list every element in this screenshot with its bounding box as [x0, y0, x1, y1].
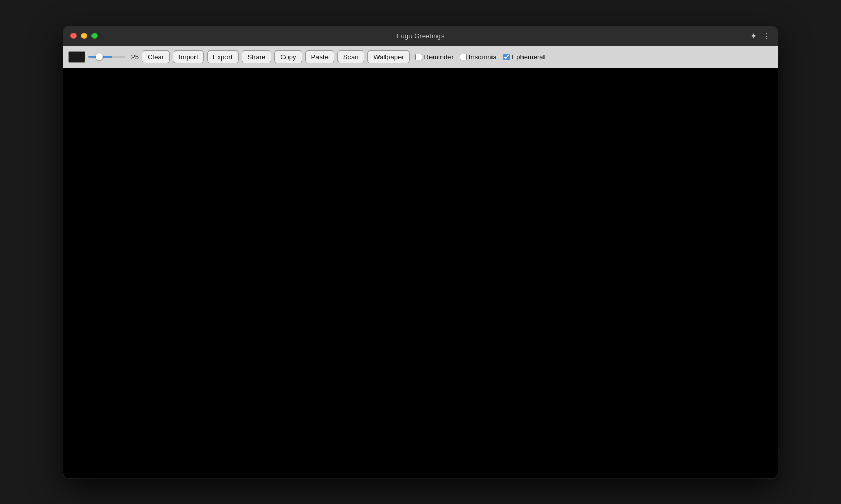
clear-button[interactable]: Clear — [142, 50, 170, 63]
paste-button[interactable]: Paste — [305, 50, 334, 63]
insomnia-label[interactable]: Insomnia — [460, 53, 497, 61]
close-button[interactable] — [70, 33, 77, 39]
minimize-button[interactable] — [81, 33, 87, 39]
copy-button[interactable]: Copy — [274, 50, 302, 63]
toolbar: 25 Clear Import Export Share Copy Paste … — [63, 46, 778, 68]
color-swatch[interactable] — [68, 51, 85, 63]
reminder-label[interactable]: Reminder — [415, 53, 454, 61]
ephemeral-checkbox[interactable] — [503, 54, 510, 60]
slider-container: 25 — [88, 53, 139, 61]
share-button[interactable]: Share — [242, 50, 272, 63]
titlebar-actions: ✦ ⋮ — [750, 31, 771, 41]
puzzle-icon[interactable]: ✦ — [750, 31, 757, 41]
import-button[interactable]: Import — [173, 50, 204, 63]
canvas-area[interactable] — [63, 68, 778, 478]
insomnia-checkbox[interactable] — [460, 54, 467, 60]
checkbox-group: Reminder Insomnia Ephemeral — [415, 53, 545, 61]
reminder-text: Reminder — [424, 53, 454, 61]
slider-value: 25 — [128, 53, 139, 61]
reminder-checkbox[interactable] — [415, 54, 422, 60]
wallpaper-button[interactable]: Wallpaper — [367, 50, 409, 63]
traffic-lights — [70, 33, 98, 39]
window-title: Fugu Greetings — [396, 32, 444, 40]
ephemeral-label[interactable]: Ephemeral — [503, 53, 545, 61]
app-window: Fugu Greetings ✦ ⋮ 25 Clear Import Expor… — [63, 26, 778, 478]
brush-size-slider[interactable] — [88, 56, 125, 58]
export-button[interactable]: Export — [207, 50, 239, 63]
scan-button[interactable]: Scan — [337, 50, 365, 63]
menu-icon[interactable]: ⋮ — [762, 31, 771, 41]
titlebar: Fugu Greetings ✦ ⋮ — [63, 26, 778, 46]
insomnia-text: Insomnia — [469, 53, 497, 61]
maximize-button[interactable] — [91, 33, 98, 39]
ephemeral-text: Ephemeral — [512, 53, 545, 61]
